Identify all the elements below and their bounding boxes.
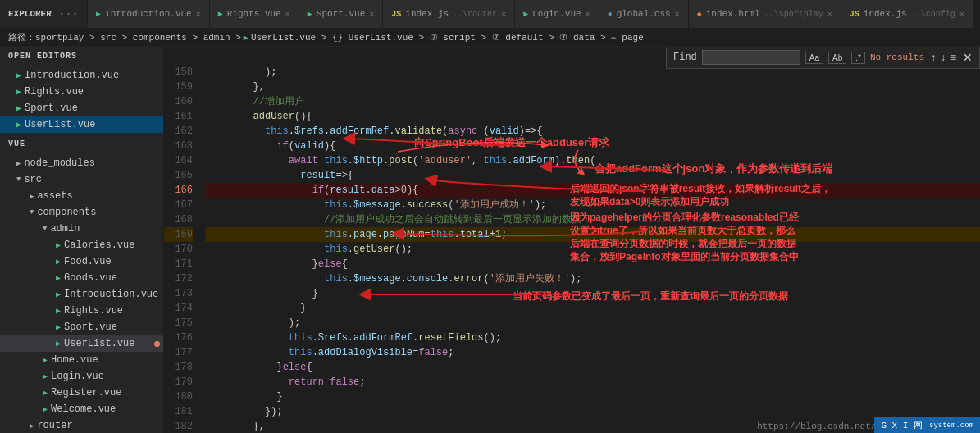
- tab-path: ..\config: [911, 10, 955, 19]
- open-editors-header: OPEN EDITORS: [0, 47, 163, 66]
- vue-file-icon: ▶: [43, 388, 48, 398]
- tab-login-vue[interactable]: ▶ Login.vue ✕: [515, 0, 599, 29]
- tab-close-icon[interactable]: ✕: [675, 9, 680, 19]
- sidebar-item-register[interactable]: ▶ Register.vue: [0, 385, 163, 401]
- find-widget: Find Aa Ab .* No results ↑ ↓ ≡ ✕: [666, 47, 980, 69]
- sidebar-item-sport-file[interactable]: ▶ Sport.vue: [0, 319, 163, 335]
- find-close-btn[interactable]: ✕: [963, 51, 973, 64]
- sidebar-item-label: UserList.vue: [25, 119, 95, 130]
- file-label: Goods.vue: [64, 272, 117, 284]
- breadcrumb: 路径：sportplay > src > components > admin …: [0, 29, 980, 47]
- sidebar-item-label: Rights.vue: [25, 86, 84, 98]
- sidebar-item-router[interactable]: ▶ router: [0, 417, 163, 433]
- sidebar-item-sport[interactable]: ▶ Sport.vue: [0, 100, 163, 116]
- gxi-domain: system.com: [929, 422, 973, 430]
- find-prev-btn[interactable]: ↑: [929, 52, 937, 63]
- tab-close-icon[interactable]: ✕: [285, 9, 290, 19]
- file-label: UserList.vue: [64, 338, 134, 349]
- open-editors-label: OPEN EDITORS: [8, 52, 77, 61]
- sidebar-item-login[interactable]: ▶ Login.vue: [0, 368, 163, 385]
- file-label: Introduction.vue: [64, 289, 158, 300]
- tab-close-icon[interactable]: ✕: [501, 9, 506, 19]
- code-line-181: });: [206, 404, 980, 419]
- find-label: Find: [673, 52, 697, 63]
- find-expand-btn[interactable]: ≡: [949, 52, 958, 63]
- code-line-160: //增加用户: [206, 94, 980, 109]
- js-icon: JS: [850, 10, 859, 19]
- tab-label: Login.vue: [532, 9, 581, 19]
- tab-close-icon[interactable]: ✕: [586, 9, 590, 19]
- sidebar-item-goods[interactable]: ▶ Goods.vue: [0, 270, 163, 286]
- sidebar-item-components[interactable]: ▼ components: [0, 204, 163, 221]
- tab-close-icon[interactable]: ✕: [827, 9, 832, 19]
- sidebar-item-food[interactable]: ▶ Food.vue: [0, 253, 163, 270]
- find-input[interactable]: [702, 50, 800, 65]
- error-dot: [154, 341, 160, 347]
- sidebar-item-assets[interactable]: ▶ assets: [0, 188, 163, 204]
- tab-global-css[interactable]: ● global.css ✕: [599, 0, 689, 29]
- tab-bar: EXPLORER ··· ▶ Introduction.vue ✕ ▶ Righ…: [0, 0, 980, 29]
- vue-file-icon: ▶: [56, 257, 61, 267]
- tab-close-icon[interactable]: ✕: [196, 9, 201, 19]
- code-line-171: }else{: [206, 257, 980, 271]
- breadcrumb-file: UserList.vue > {} UserList.vue > ⑦ scrip…: [251, 32, 644, 43]
- vue-file-icon: ▶: [16, 71, 21, 80]
- sidebar-item-calories[interactable]: ▶ Calories.vue: [0, 237, 163, 253]
- sidebar-item-welcome[interactable]: ▶ Welcome.vue: [0, 401, 163, 417]
- folder-label: node_modules: [24, 157, 94, 169]
- find-word-btn[interactable]: Ab: [828, 52, 846, 64]
- tab-label: global.css: [617, 9, 671, 19]
- chevron-down-icon: ▼: [30, 208, 34, 216]
- vue-file-icon: ▶: [16, 87, 21, 97]
- code-line-162: this.$refs.addFormRef.validate(async (va…: [206, 124, 980, 139]
- sidebar-item-src[interactable]: ▼ src: [0, 171, 163, 188]
- tab-sport-vue[interactable]: ▶ Sport.vue ✕: [299, 0, 383, 29]
- code-line-179: return false;: [206, 375, 980, 390]
- vue-file-icon: ▶: [16, 120, 21, 130]
- tab-userlist-vue[interactable]: ▶ UserList.vue ✕: [973, 0, 980, 29]
- tab-index-js-config[interactable]: JS index.js ..\config ✕: [841, 0, 973, 29]
- sidebar-item-rights-file[interactable]: ▶ Rights.vue: [0, 303, 163, 319]
- sidebar-item-userlist[interactable]: ▶ UserList.vue: [0, 116, 163, 133]
- sidebar-item-admin[interactable]: ▼ admin: [0, 221, 163, 237]
- explorer-menu-icon[interactable]: ···: [58, 7, 79, 21]
- file-tree: ▶ node_modules ▼ src ▶ assets ▼ componen…: [0, 153, 163, 433]
- tab-rights-vue[interactable]: ▶ Rights.vue ✕: [210, 0, 299, 29]
- sidebar-item-label: Introduction.vue: [25, 70, 119, 81]
- vue-header: VUE: [0, 134, 163, 153]
- sidebar-item-introduction-file[interactable]: ▶ Introduction.vue: [0, 286, 163, 303]
- sidebar-item-userlist-file[interactable]: ▶ UserList.vue: [0, 335, 163, 352]
- vue-file-icon: ▶: [56, 273, 61, 283]
- find-case-btn[interactable]: Aa: [805, 52, 823, 64]
- sidebar-item-node-modules[interactable]: ▶ node_modules: [0, 155, 163, 171]
- code-line-172: this.$message.console.error('添加用户失败！');: [206, 271, 980, 286]
- chevron-right-icon: ▶: [30, 192, 34, 201]
- sidebar-item-home[interactable]: ▶ Home.vue: [0, 352, 163, 368]
- folder-label: router: [37, 420, 72, 431]
- tab-index-js-router[interactable]: JS index.js ..\router ✕: [383, 0, 515, 29]
- find-next-btn[interactable]: ↓: [939, 52, 947, 63]
- sidebar-item-introduction[interactable]: ▶ Introduction.vue: [0, 67, 163, 84]
- tab-introduction-vue[interactable]: ▶ Introduction.vue ✕: [88, 0, 210, 29]
- tab-index-html[interactable]: ◆ index.html ..\sportplay ✕: [689, 0, 841, 29]
- find-regex-btn[interactable]: .*: [851, 52, 865, 64]
- code-content[interactable]: ); }, //增加用户 addUser(){ this.$refs.addFo…: [201, 65, 980, 433]
- vue-file-icon: ▶: [43, 355, 48, 365]
- code-line-163: if(valid){: [206, 139, 980, 153]
- tab-close-icon[interactable]: ✕: [959, 9, 964, 19]
- vue-file-icon: ▶: [56, 322, 61, 332]
- tab-label: index.js: [405, 9, 449, 19]
- sidebar-item-label: Sport.vue: [25, 103, 78, 114]
- sidebar-item-rights[interactable]: ▶ Rights.vue: [0, 84, 163, 100]
- sidebar: OPEN EDITORS ▶ Introduction.vue ▶ Rights…: [0, 47, 164, 433]
- css-icon: ●: [608, 10, 613, 19]
- find-no-results: No results: [870, 52, 924, 62]
- tab-close-icon[interactable]: ✕: [369, 9, 374, 19]
- file-label: Calories.vue: [64, 239, 134, 251]
- tab-label: Introduction.vue: [105, 9, 192, 19]
- vue-file-icon: ▶: [43, 371, 48, 381]
- file-label: Rights.vue: [64, 305, 123, 317]
- breadcrumb-vue-icon: ▶: [244, 33, 248, 43]
- folder-label: components: [37, 207, 96, 218]
- folder-label: assets: [37, 190, 72, 202]
